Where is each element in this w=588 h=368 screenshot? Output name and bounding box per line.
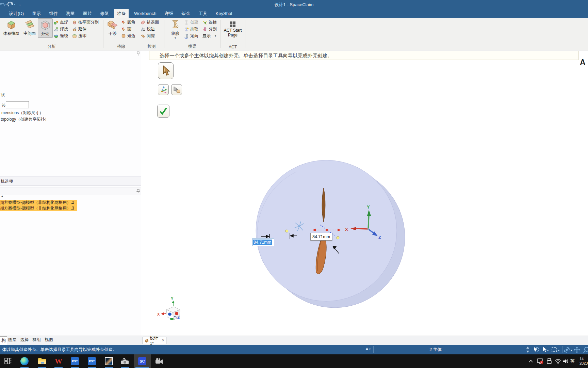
select-mode-dropdown-icon[interactable]: ▴ (547, 349, 549, 352)
options-panel: 状 % mensions（对称尺寸） topology（创建共享拓扑） 机选项 … (0, 50, 141, 336)
tab-workbench[interactable]: Workbench (131, 9, 159, 18)
taskbar-pst-icon-2[interactable]: PST (85, 354, 99, 368)
document-icon (145, 338, 148, 343)
panel-tab-selection[interactable]: 选择 (20, 337, 29, 343)
taskbar-pst-icon-1[interactable]: PST (68, 354, 82, 368)
panel-tab-structure[interactable]: 构 (0, 336, 7, 345)
tray-chevron-icon[interactable] (528, 354, 533, 368)
imprint-button[interactable]: 压印 (72, 33, 99, 39)
taskbar-camcorder-icon[interactable] (152, 354, 166, 368)
panel-tab-groups[interactable]: 群组 (32, 337, 41, 343)
tab-design[interactable]: 设计(D) (6, 9, 27, 18)
tray-display-icon[interactable]: ! (537, 354, 544, 368)
midsurface-icon (24, 19, 35, 30)
start-button[interactable] (1, 354, 15, 368)
option-symmetric-dimensions[interactable]: mensions（对称尺寸） (1, 110, 43, 116)
split-by-plane-button[interactable]: 按平面分割 (72, 19, 99, 25)
shell-icon (40, 19, 51, 30)
shell-button[interactable]: 外壳 (38, 18, 53, 38)
remove-small-col: 圆角 面 短边 (121, 19, 135, 39)
section-marker-button[interactable]: ▲▾ (365, 346, 371, 351)
tab-tools[interactable]: 工具 (196, 9, 210, 18)
pan-button[interactable] (574, 347, 580, 354)
title-bar: ▾ ▾ ⌄ 设计1 - SpaceClaim (0, 0, 588, 9)
options-clipped-shape-text: 状 (1, 92, 5, 98)
gap-button[interactable]: 间隙 (141, 33, 159, 39)
select-previous-button[interactable] (532, 347, 540, 354)
snap-point-left (285, 230, 288, 232)
panel-tab-layers[interactable]: 图层 (8, 337, 17, 343)
interference-button[interactable]: 干涉 (105, 19, 120, 36)
taskbar-explorer-icon[interactable] (35, 354, 49, 368)
box-select-dropdown-icon[interactable]: ▴ (558, 349, 559, 352)
midsurface-button[interactable]: 中间面 (21, 19, 38, 36)
wrap-button[interactable]: 缠绕 (54, 33, 68, 39)
percent-input[interactable] (6, 101, 29, 108)
beam-extract-button[interactable]: 抽取 (184, 26, 198, 32)
taskbar-camera-icon[interactable] (118, 354, 132, 368)
tab-measure[interactable]: 测量 (63, 9, 78, 18)
error-face-button[interactable]: 错误面 (141, 19, 159, 25)
tab-keyshot[interactable]: KeyShot (213, 9, 235, 18)
beam-connect-button[interactable]: 连接 (202, 19, 217, 25)
tray-wifi-icon[interactable] (555, 354, 561, 368)
scene-3d[interactable]: Y X Z Y X Z (142, 50, 588, 336)
nav-cube[interactable]: Y X Z (157, 296, 180, 320)
spin-buttons[interactable] (526, 346, 529, 354)
panel-pin-icon[interactable] (136, 51, 140, 56)
model-viewport[interactable]: 选择一个或多个主体以绕其创建外壳。单击选择目录工具向导以完成外壳创建。 (142, 50, 588, 336)
tab-facets[interactable]: 面片 (80, 9, 95, 18)
beam-split-button[interactable]: 分割 (202, 26, 217, 32)
tab-detail[interactable]: 详细 (162, 9, 176, 18)
tray-volume-icon[interactable] (563, 354, 569, 368)
orbit-button[interactable] (564, 347, 570, 354)
remove-face-button[interactable]: 面 (121, 26, 135, 32)
document-tab[interactable]: 设计1* × (143, 337, 166, 344)
beam-orient-button[interactable]: 定向 (184, 33, 198, 39)
remove-short-edge-icon (121, 34, 126, 39)
dimension-input[interactable]: 84.71mm (252, 238, 274, 246)
zoom-button[interactable] (583, 347, 588, 354)
analysis-small-col-2: 按平面分割 延伸 压印 (72, 19, 99, 39)
beam-display-dropdown-icon[interactable]: ▾ (215, 34, 216, 37)
document-tab-close-icon[interactable]: × (162, 338, 164, 343)
nav-cube-y-label: Y (171, 296, 174, 301)
remove-fillet-icon (121, 20, 126, 25)
weld-button[interactable]: 焊接 (54, 26, 68, 32)
dimension-tooltip: 84.71mm (310, 233, 332, 241)
option-share-topology[interactable]: topology（创建共享拓扑） (1, 117, 49, 122)
tab-display[interactable]: 显示 (29, 9, 44, 18)
beam-display-button[interactable]: 显示 ▾ (202, 33, 217, 39)
spot-weld-button[interactable]: 点焊 (54, 19, 68, 25)
panel-tab-views[interactable]: 视图 (45, 337, 53, 343)
box-select-button[interactable] (551, 347, 557, 354)
highlighted-row-1[interactable]: 期方案模型-源模型（非结构化网格用）.2 (0, 200, 77, 205)
tray-usb-icon[interactable] (546, 354, 552, 368)
tray-clock[interactable]: 14 2023 (579, 354, 588, 368)
orbit-dropdown-icon[interactable]: ▴ (571, 349, 572, 352)
triad-z-label: Z (378, 235, 381, 240)
tab-assembly[interactable]: 组件 (46, 9, 61, 18)
extend-button[interactable]: 延伸 (72, 26, 99, 32)
volume-extract-button[interactable]: 体积抽取 (2, 19, 20, 36)
taskbar-edge-icon[interactable] (18, 354, 31, 368)
group-label-act: ACT (220, 45, 245, 49)
taskbar-photos-icon[interactable] (102, 354, 116, 368)
panel-pin-icon-2[interactable] (136, 189, 140, 194)
remove-fillet-button[interactable]: 圆角 (121, 19, 135, 25)
taskbar-wps-icon[interactable]: W (52, 354, 65, 368)
tab-sheetmetal[interactable]: 钣金 (179, 9, 193, 18)
sharp-edge-button[interactable]: 锐边 (141, 26, 159, 32)
beam-profile-button[interactable]: 轮廓 ▾ (168, 19, 183, 40)
taskbar-spaceclaim-icon[interactable]: SC (134, 354, 151, 368)
beam-profile-dropdown-icon[interactable]: ▾ (168, 36, 183, 40)
act-start-page-button[interactable]: ACT Start Page (222, 21, 244, 37)
windows-taskbar: W PST PST SC ! (0, 354, 588, 368)
tab-repair[interactable]: 修复 (97, 9, 112, 18)
highlighted-row-2[interactable]: 期方案模型-源模型（非结构化网格用）.3 (0, 205, 77, 211)
select-mode-button[interactable] (542, 347, 546, 354)
nav-cube-x-label: X (157, 312, 160, 316)
tab-prepare[interactable]: 准备 (114, 9, 129, 18)
remove-short-edge-button[interactable]: 短边 (121, 33, 135, 39)
tray-ime-indicator[interactable]: 英 (570, 354, 575, 368)
